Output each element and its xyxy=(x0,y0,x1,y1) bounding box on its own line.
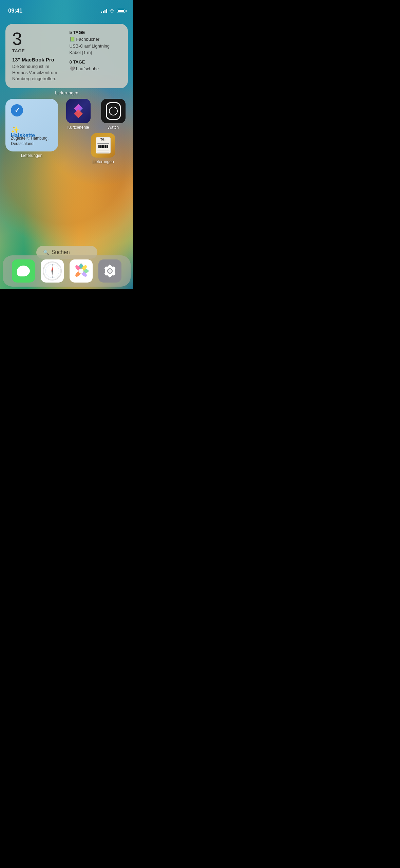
deliveries-widget-small[interactable]: ✓ ✨ Halskette Zugestellt: Hamburg,Deutsc… xyxy=(5,99,58,151)
deliveries-small-label: Lieferungen xyxy=(21,153,42,158)
status-bar: 09:41 xyxy=(0,0,133,17)
app-row-1: ✓ ✨ Halskette Zugestellt: Hamburg,Deutsc… xyxy=(5,99,128,164)
watch-face-inner xyxy=(109,107,118,115)
safari-icon xyxy=(43,261,62,281)
widget-right: 5 TAGE 📗Fachbücher USB-C auf LightningKa… xyxy=(70,30,121,82)
signal-icon xyxy=(101,9,107,13)
photos-app[interactable] xyxy=(70,259,93,283)
status-icons xyxy=(101,9,125,13)
search-label: Suchen xyxy=(52,249,70,255)
package-barcode xyxy=(98,145,108,148)
shortcuts-app[interactable]: Kurzbefehle xyxy=(63,99,93,130)
wifi-icon xyxy=(109,9,115,13)
settings-icon xyxy=(103,264,117,278)
svg-point-20 xyxy=(79,269,83,273)
package-design: TO: xyxy=(96,137,111,153)
widget-usbc-kabel: USB-C auf LightningKabel (1 m) xyxy=(70,43,121,56)
widget-fachbuecher: 📗Fachbücher xyxy=(70,36,121,43)
messages-app[interactable] xyxy=(12,259,35,283)
widget-laufschuhe: 🩶 Laufschuhe xyxy=(70,66,121,72)
check-circle: ✓ xyxy=(11,104,23,116)
watch-label: Watch xyxy=(108,125,119,130)
widget-8-tage-section: 8 TAGE 🩶 Laufschuhe xyxy=(70,59,121,72)
package-to-label: TO: xyxy=(100,138,106,141)
shortcuts-label: Kurzbefehle xyxy=(67,125,89,130)
watch-app[interactable]: Watch xyxy=(98,99,128,130)
widget-macbook-desc: Die Sendung ist im Hermes Verteilzentrum… xyxy=(12,64,64,82)
search-icon: 🔍 xyxy=(43,250,49,255)
watch-face xyxy=(106,102,121,120)
safari-app[interactable] xyxy=(41,259,64,283)
dock xyxy=(3,255,131,287)
widget-8-tage-label: 8 TAGE xyxy=(70,59,121,65)
lieferungen-icon: TO: xyxy=(91,133,115,158)
messages-icon xyxy=(17,266,30,276)
svg-point-22 xyxy=(108,269,112,273)
checkmark-icon: ✓ xyxy=(15,107,20,114)
battery-icon xyxy=(117,9,125,13)
widget-day-count: 3 xyxy=(12,30,64,48)
widget-left: 3 TAGE 13" MacBook Pro Die Sendung ist i… xyxy=(12,30,64,82)
settings-app[interactable] xyxy=(98,259,121,283)
lieferungen-app-label: Lieferungen xyxy=(92,159,114,164)
status-time: 09:41 xyxy=(8,7,22,14)
delivery-location: Zugestellt: Hamburg,Deutschland xyxy=(11,136,49,146)
watch-icon xyxy=(101,99,126,123)
widget-macbook-title: 13" MacBook Pro xyxy=(12,57,64,62)
widget-5-tage-section: 5 TAGE 📗Fachbücher USB-C auf LightningKa… xyxy=(70,30,121,56)
large-widget-label: Lieferungen xyxy=(5,90,128,95)
widget-day-label: TAGE xyxy=(12,48,64,53)
svg-point-10 xyxy=(52,270,53,272)
lieferungen-app[interactable]: TO: xyxy=(78,133,128,164)
shortcuts-icon xyxy=(66,99,91,123)
widget-5-tage-label: 5 TAGE xyxy=(70,30,121,35)
deliveries-widget-large[interactable]: 3 TAGE 13" MacBook Pro Die Sendung ist i… xyxy=(5,24,128,88)
